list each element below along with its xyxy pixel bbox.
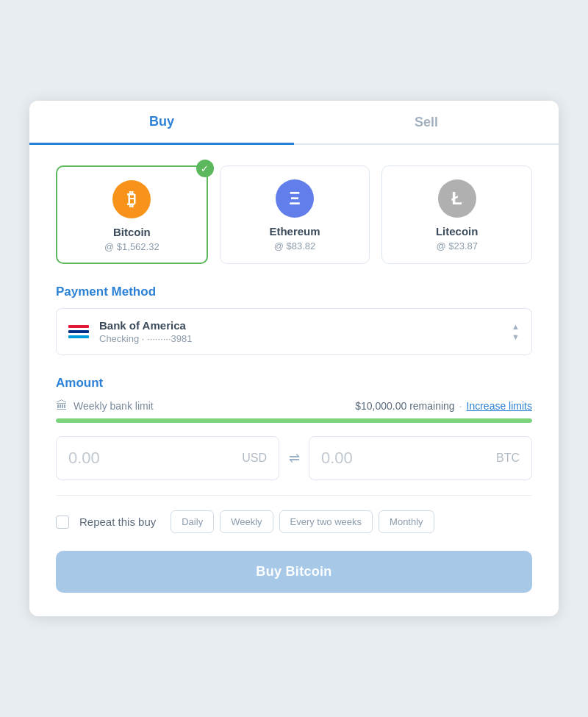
swap-icon[interactable]: ⇌ <box>279 450 309 466</box>
btc-icon: ₿ <box>112 180 151 218</box>
limit-separator: · <box>459 400 462 412</box>
bank-name: Bank of America <box>99 319 192 332</box>
btc-input-field[interactable]: 0.00 BTC <box>309 436 532 480</box>
btc-name: Bitcoin <box>66 226 198 238</box>
logo-stripe-red <box>68 325 89 328</box>
ltc-name: Litecoin <box>391 225 523 238</box>
payment-method-title: Payment Method <box>56 285 532 299</box>
bank-text: Bank of America Checking · ·········3981 <box>99 319 192 344</box>
tab-sell[interactable]: Sell <box>294 101 559 143</box>
bank-of-america-logo <box>68 325 89 338</box>
logo-stripe-lightblue <box>68 335 89 338</box>
repeat-label: Repeat this buy <box>79 516 156 528</box>
bank-info: Bank of America Checking · ·········3981 <box>68 319 192 344</box>
bank-detail: Checking · ·········3981 <box>99 333 192 344</box>
btc-value: 0.00 <box>321 449 353 468</box>
repeat-row: Repeat this buy Daily Weekly Every two w… <box>56 510 532 533</box>
eth-price: @ $83.82 <box>229 240 361 252</box>
limit-progress-bar <box>56 418 532 423</box>
card-body: ✓ ₿ Bitcoin @ $1,562.32 Ξ Ethereum @ $83… <box>29 145 559 616</box>
bank-building-icon: 🏛 <box>56 399 68 413</box>
crypto-card-ltc[interactable]: Ł Litecoin @ $23.87 <box>381 165 532 264</box>
tab-bar: Buy Sell <box>29 101 559 145</box>
amount-inputs: 0.00 USD ⇌ 0.00 BTC <box>56 436 532 480</box>
freq-monthly[interactable]: Monthly <box>379 510 434 533</box>
limit-right: $10,000.00 remaining · Increase limits <box>355 400 532 412</box>
freq-biweekly[interactable]: Every two weeks <box>279 510 373 533</box>
divider <box>56 495 532 496</box>
btc-currency: BTC <box>496 452 520 465</box>
limit-row: 🏛 Weekly bank limit $10,000.00 remaining… <box>56 399 532 413</box>
repeat-checkbox[interactable] <box>56 516 69 529</box>
chevron-updown-icon: ▲ ▼ <box>512 322 520 341</box>
crypto-selector: ✓ ₿ Bitcoin @ $1,562.32 Ξ Ethereum @ $83… <box>56 165 532 264</box>
amount-title: Amount <box>56 376 532 390</box>
limit-left: 🏛 Weekly bank limit <box>56 399 154 413</box>
frequency-buttons: Daily Weekly Every two weeks Monthly <box>171 510 434 533</box>
selected-check-icon: ✓ <box>196 160 214 177</box>
limit-label: Weekly bank limit <box>74 400 154 412</box>
logo-stripe-blue <box>68 330 89 333</box>
eth-icon: Ξ <box>276 179 314 218</box>
buy-bitcoin-button[interactable]: Buy Bitcoin <box>56 551 532 593</box>
limit-progress-fill <box>56 418 532 423</box>
ltc-price: @ $23.87 <box>391 240 523 252</box>
usd-input-field[interactable]: 0.00 USD <box>56 436 279 480</box>
usd-value: 0.00 <box>68 449 100 468</box>
btc-price: @ $1,562.32 <box>66 241 198 252</box>
usd-currency: USD <box>242 452 267 465</box>
payment-method-selector[interactable]: Bank of America Checking · ·········3981… <box>56 308 532 355</box>
increase-limits-link[interactable]: Increase limits <box>467 400 532 412</box>
freq-weekly[interactable]: Weekly <box>220 510 273 533</box>
crypto-card-btc[interactable]: ✓ ₿ Bitcoin @ $1,562.32 <box>56 165 208 264</box>
crypto-card-eth[interactable]: Ξ Ethereum @ $83.82 <box>220 165 370 264</box>
eth-name: Ethereum <box>229 225 361 238</box>
freq-daily[interactable]: Daily <box>171 510 214 533</box>
ltc-icon: Ł <box>438 179 476 218</box>
main-card: Buy Sell ✓ ₿ Bitcoin @ $1,562.32 Ξ Ether… <box>29 101 559 616</box>
tab-buy[interactable]: Buy <box>29 101 294 145</box>
limit-remaining: $10,000.00 remaining <box>355 400 454 412</box>
